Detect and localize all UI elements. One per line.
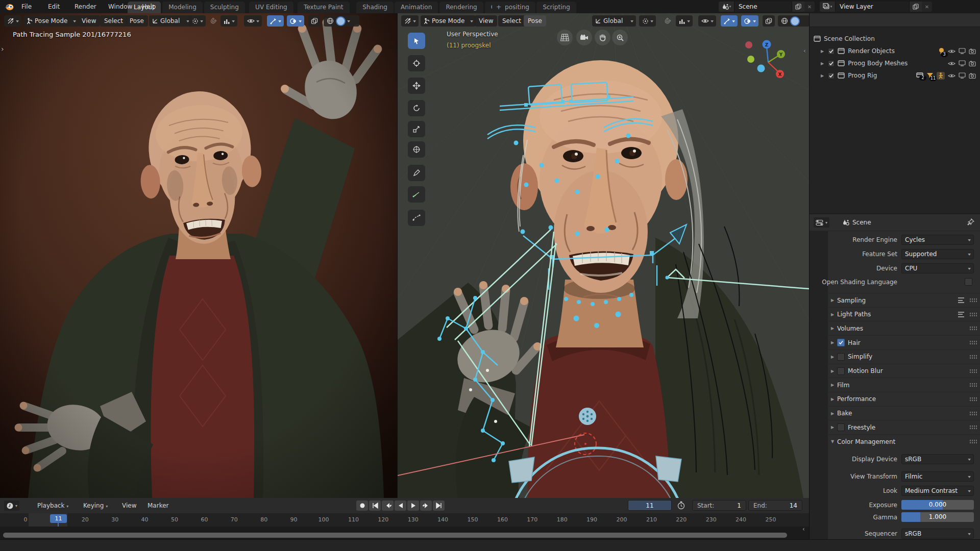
- view-transform-dropdown[interactable]: Filmic▾: [901, 471, 974, 482]
- panel-arrow-icon[interactable]: ▶: [828, 312, 837, 317]
- disable-render-camera-icon[interactable]: [969, 61, 976, 66]
- expand-arrow-icon[interactable]: ▶: [821, 49, 824, 54]
- panel-bake[interactable]: ▶Bake: [828, 406, 980, 420]
- preview-range-clock-icon[interactable]: [677, 501, 685, 510]
- rendered-viewport[interactable]: Path Tracing Sample 201/16777216 ›: [0, 13, 397, 498]
- scene-name-field[interactable]: Scene: [734, 2, 792, 12]
- sidebar-collapse-icon[interactable]: ‹: [803, 47, 806, 55]
- panel-arrow-icon[interactable]: ▶: [828, 355, 837, 359]
- axis-navigation-gizmo[interactable]: Z Y X: [734, 28, 791, 86]
- render-engine-dropdown[interactable]: Cycles▾: [901, 235, 974, 245]
- play-reverse-button[interactable]: [395, 500, 406, 511]
- shading-mode-group[interactable]: ▾: [324, 15, 359, 27]
- topbar-menu-render[interactable]: Render: [69, 0, 102, 13]
- proportional-edit-dropdown[interactable]: ▾: [220, 15, 237, 27]
- transform-tool-button[interactable]: [408, 141, 425, 158]
- panel-drag-grip[interactable]: [969, 383, 977, 387]
- editor-type-button[interactable]: ▾: [4, 15, 21, 27]
- view-menu[interactable]: View: [78, 15, 100, 27]
- snap-toggle[interactable]: [664, 17, 672, 25]
- mode-dropdown[interactable]: Pose Mode▾: [23, 15, 79, 27]
- overlays-toggle[interactable]: ▾: [741, 15, 758, 27]
- disable-viewports-monitor-icon[interactable]: [959, 48, 966, 54]
- tab-uv-editing[interactable]: UV Editing: [249, 2, 293, 13]
- sidebar-expand-icon[interactable]: ›: [1, 45, 4, 53]
- end-frame-field[interactable]: End: 14: [748, 500, 802, 511]
- record-button[interactable]: [356, 500, 368, 511]
- panel-arrow-icon[interactable]: ▼: [828, 439, 837, 444]
- exposure-slider[interactable]: 0.000: [901, 500, 974, 510]
- mode-dropdown[interactable]: Pose Mode▾: [421, 15, 476, 27]
- topbar-menu-help[interactable]: Help: [137, 0, 161, 13]
- gamma-slider[interactable]: 1.000: [901, 512, 974, 522]
- select-menu[interactable]: Select: [100, 15, 127, 27]
- panel-arrow-icon[interactable]: ▶: [828, 340, 837, 345]
- tweak-tool-button[interactable]: [408, 33, 425, 49]
- current-frame-field[interactable]: 11: [628, 500, 672, 511]
- annotate-tool-button[interactable]: [408, 165, 425, 181]
- proportional-edit-dropdown[interactable]: ▾: [676, 15, 693, 27]
- preset-menu-icon[interactable]: [958, 297, 965, 303]
- toggle-grid-button[interactable]: [557, 30, 573, 45]
- jump-to-end-button[interactable]: [433, 500, 445, 511]
- timeline-menu-keying[interactable]: Keying ▾: [79, 500, 112, 511]
- panel-drag-grip[interactable]: [969, 425, 977, 430]
- look-dropdown[interactable]: Medium Contrast▾: [901, 486, 974, 496]
- current-frame-badge[interactable]: 11: [50, 514, 67, 523]
- panel-arrow-icon[interactable]: ▶: [828, 369, 837, 373]
- pose-menu[interactable]: Pose: [126, 15, 148, 27]
- scale-tool-button[interactable]: [408, 121, 425, 137]
- panel-drag-grip[interactable]: [969, 355, 977, 359]
- tab-rendering[interactable]: Rendering: [439, 2, 483, 13]
- panel-arrow-icon[interactable]: ▶: [828, 411, 837, 416]
- timeline-ruler[interactable]: [0, 513, 809, 527]
- gizmo-toggle[interactable]: ▾: [267, 15, 284, 27]
- jump-to-start-button[interactable]: [369, 500, 381, 511]
- editor-type-button[interactable]: ▾: [401, 15, 419, 27]
- hide-viewport-eye-icon[interactable]: [948, 61, 955, 66]
- object-visibility-dropdown[interactable]: ▾: [698, 15, 716, 27]
- panel-motion-blur[interactable]: ▶Motion Blur: [828, 364, 980, 378]
- panel-drag-grip[interactable]: [969, 326, 977, 331]
- panel-drag-grip[interactable]: [969, 439, 977, 444]
- expand-arrow-icon[interactable]: ▶: [821, 61, 824, 66]
- panel-arrow-icon[interactable]: ▶: [828, 425, 837, 430]
- scene-icon[interactable]: ▾: [719, 2, 734, 12]
- topbar-menu-file[interactable]: File: [16, 0, 37, 13]
- gizmo-toggle[interactable]: ▾: [721, 15, 738, 27]
- panel-arrow-icon[interactable]: ▶: [828, 397, 837, 402]
- timeline-scrollbar[interactable]: [0, 531, 809, 539]
- panel-arrow-icon[interactable]: ▶: [828, 298, 837, 303]
- pose-menu[interactable]: Pose: [524, 15, 546, 27]
- disable-render-camera-icon[interactable]: [969, 48, 976, 54]
- collection-checkbox[interactable]: [828, 72, 835, 79]
- panel-drag-grip[interactable]: [969, 312, 977, 317]
- camera-view-button[interactable]: [576, 30, 592, 45]
- disable-viewports-monitor-icon[interactable]: [959, 72, 966, 79]
- zoom-view-button[interactable]: [612, 30, 628, 45]
- scene-copy-button[interactable]: [792, 2, 804, 12]
- panel-performance[interactable]: ▶Performance: [828, 392, 980, 406]
- tab-sculpting[interactable]: Sculpting: [204, 2, 245, 13]
- prev-keyframe-button[interactable]: [382, 500, 394, 511]
- disable-render-camera-icon[interactable]: [969, 73, 976, 79]
- xray-toggle[interactable]: [308, 15, 321, 27]
- blender-logo[interactable]: [4, 2, 14, 11]
- outliner-row[interactable]: ▶Proog Body Meshes: [810, 57, 980, 69]
- tab-scripting[interactable]: Scripting: [536, 2, 576, 13]
- preset-menu-icon[interactable]: [958, 312, 965, 317]
- panel-checkbox[interactable]: [837, 367, 845, 375]
- transform-orientation-dropdown[interactable]: Global▾: [592, 15, 636, 27]
- measure-tool-button[interactable]: [408, 186, 425, 203]
- panel-drag-grip[interactable]: [969, 369, 977, 373]
- tab-texture-paint[interactable]: Texture Paint: [298, 2, 349, 13]
- pivot-point-dropdown[interactable]: ▾: [639, 15, 656, 27]
- start-frame-field[interactable]: Start: 1: [692, 500, 746, 511]
- panel-drag-grip[interactable]: [969, 397, 977, 402]
- open-shading-language-checkbox[interactable]: [965, 278, 972, 287]
- timeline-menu-playback[interactable]: Playback ▾: [33, 500, 73, 511]
- shading-mode-group[interactable]: [778, 15, 810, 27]
- properties-editor-type-button[interactable]: ▾: [814, 217, 829, 228]
- topbar-menu-window[interactable]: Window: [103, 0, 137, 13]
- xray-toggle[interactable]: [763, 15, 775, 27]
